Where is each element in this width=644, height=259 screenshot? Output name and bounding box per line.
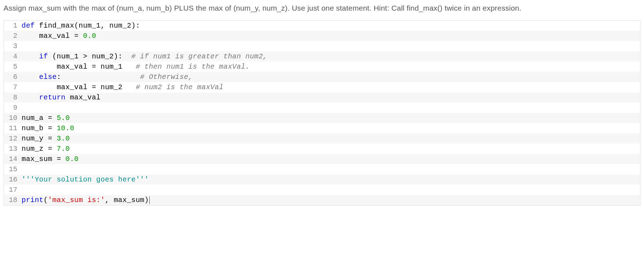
code-token: max_val = num_1	[22, 63, 136, 71]
code-token: (	[44, 196, 48, 204]
code-line[interactable]: 3	[4, 41, 640, 51]
code-token: def	[22, 22, 39, 30]
code-line[interactable]: 11num_b = 10.0	[4, 123, 640, 133]
code-content[interactable]: max_val = num_2 # num2 is the maxVal	[21, 82, 640, 92]
code-line[interactable]: 10num_a = 5.0	[4, 113, 640, 123]
code-content[interactable]: '''Your solution goes here'''	[21, 174, 640, 185]
code-line[interactable]: 4 if (num_1 > num_2): # if num1 is great…	[4, 51, 640, 62]
code-content[interactable]: num_b = 10.0	[21, 123, 640, 133]
code-token: # then num1 is the maxVal.	[136, 63, 249, 71]
code-content[interactable]: max_val = num_1 # then num1 is the maxVa…	[21, 62, 640, 72]
code-line[interactable]: 5 max_val = num_1 # then num1 is the max…	[4, 62, 640, 72]
line-number: 7	[4, 82, 21, 92]
code-token: return	[39, 93, 65, 102]
code-token: # Otherwise,	[140, 73, 193, 81]
code-token	[22, 52, 39, 61]
line-number: 18	[4, 195, 21, 205]
line-number: 4	[4, 51, 21, 62]
code-token: max_val	[65, 93, 100, 102]
code-token: 7.0	[57, 145, 70, 153]
code-token: if	[39, 52, 48, 61]
code-token: else	[39, 73, 57, 81]
code-token	[22, 73, 39, 81]
code-token: # if num1 is greater than num2,	[131, 52, 267, 61]
code-content[interactable]	[21, 41, 640, 51]
code-token: '''Your solution goes here'''	[22, 175, 149, 184]
code-token: (num_1 > num_2):	[48, 52, 131, 61]
code-token: num_a =	[22, 114, 57, 122]
cursor	[149, 196, 150, 204]
code-content[interactable]: num_z = 7.0	[21, 144, 640, 154]
code-token: :	[57, 73, 140, 81]
code-token: # num2 is the maxVal	[136, 83, 223, 91]
code-line[interactable]: 7 max_val = num_2 # num2 is the maxVal	[4, 82, 640, 92]
code-token: print	[22, 196, 44, 204]
code-editor[interactable]: 1def find_max(num_1, num_2):2 max_val = …	[4, 20, 640, 206]
code-line[interactable]: 15	[4, 164, 640, 174]
code-content[interactable]: num_a = 5.0	[21, 113, 640, 123]
code-content[interactable]: if (num_1 > num_2): # if num1 is greater…	[21, 51, 640, 62]
code-line[interactable]: 9	[4, 103, 640, 113]
code-content[interactable]	[21, 164, 640, 174]
code-line[interactable]: 14max_sum = 0.0	[4, 154, 640, 164]
line-number: 11	[4, 123, 21, 133]
line-number: 10	[4, 113, 21, 123]
code-token	[22, 93, 39, 102]
code-content[interactable]: def find_max(num_1, num_2):	[21, 21, 640, 31]
code-token: max_val = num_2	[22, 83, 136, 91]
line-number: 14	[4, 154, 21, 164]
code-line[interactable]: 13num_z = 7.0	[4, 144, 640, 154]
code-token: 0.0	[83, 32, 96, 40]
line-number: 8	[4, 92, 21, 103]
code-token: find_max(num_1, num_2):	[39, 22, 140, 30]
line-number: 12	[4, 133, 21, 144]
code-token: 3.0	[57, 134, 70, 143]
code-content[interactable]: print('max_sum is:', max_sum)	[21, 195, 640, 205]
code-line[interactable]: 16'''Your solution goes here'''	[4, 174, 640, 185]
line-number: 15	[4, 164, 21, 174]
line-number: 6	[4, 72, 21, 82]
code-token: 'max_sum is:'	[48, 196, 105, 204]
code-line[interactable]: 12num_y = 3.0	[4, 133, 640, 144]
line-number: 9	[4, 103, 21, 113]
line-number: 5	[4, 62, 21, 72]
code-line[interactable]: 17	[4, 185, 640, 195]
code-token: , max_sum)	[105, 196, 149, 204]
code-content[interactable]: max_sum = 0.0	[21, 154, 640, 164]
line-number: 13	[4, 144, 21, 154]
code-line[interactable]: 6 else: # Otherwise,	[4, 72, 640, 82]
code-line[interactable]: 2 max_val = 0.0	[4, 31, 640, 41]
code-token: num_y =	[22, 134, 57, 143]
code-line[interactable]: 1def find_max(num_1, num_2):	[4, 21, 640, 31]
code-token: max_val =	[22, 32, 83, 40]
line-number: 2	[4, 31, 21, 41]
code-token: 10.0	[57, 124, 74, 132]
code-token: max_sum =	[22, 155, 65, 163]
code-token: 5.0	[57, 114, 70, 122]
code-content[interactable]	[21, 185, 640, 195]
code-content[interactable]: num_y = 3.0	[21, 133, 640, 144]
code-content[interactable]: max_val = 0.0	[21, 31, 640, 41]
problem-instructions: Assign max_sum with the max of (num_a, n…	[4, 3, 640, 13]
code-content[interactable]: else: # Otherwise,	[21, 72, 640, 82]
code-token: num_z =	[22, 145, 57, 153]
line-number: 16	[4, 174, 21, 185]
code-content[interactable]	[21, 103, 640, 113]
line-number: 1	[4, 21, 21, 31]
line-number: 17	[4, 185, 21, 195]
line-number: 3	[4, 41, 21, 51]
code-line[interactable]: 8 return max_val	[4, 92, 640, 103]
code-content[interactable]: return max_val	[21, 92, 640, 103]
code-token: num_b =	[22, 124, 57, 132]
code-token: 0.0	[65, 155, 79, 163]
code-line[interactable]: 18print('max_sum is:', max_sum)	[4, 195, 640, 205]
